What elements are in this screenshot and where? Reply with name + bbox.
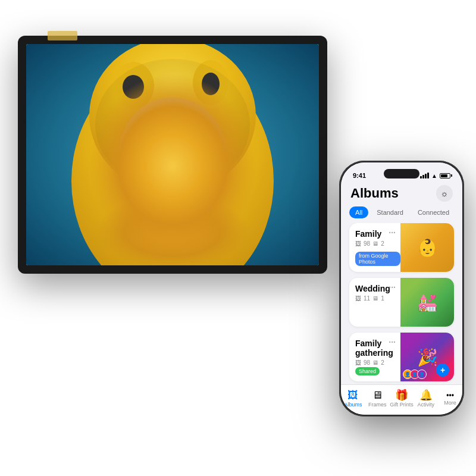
more-nav-icon: ••• — [446, 392, 454, 399]
svg-point-19 — [95, 59, 250, 190]
photo-icon-w: 🖼 — [355, 295, 361, 302]
main-scene: 9:41 ▲ Albums — [0, 0, 476, 476]
settings-button[interactable]: ☼ — [436, 185, 453, 202]
nav-frames[interactable]: 🖥 Frames — [365, 390, 390, 408]
signal-icon — [420, 173, 429, 178]
frames-nav-label: Frames — [368, 402, 387, 408]
svg-rect-1 — [26, 44, 319, 265]
nav-albums[interactable]: 🖼 Albums — [341, 390, 365, 408]
activity-nav-icon: 🔔 — [419, 390, 433, 400]
tab-shared[interactable]: Shared — [458, 206, 462, 218]
album-card-wedding[interactable]: Wedding 🖼 11 🖥 1 ··· — [349, 278, 454, 327]
svg-point-8 — [119, 98, 226, 211]
giftprints-nav-label: Gift Prints — [390, 402, 414, 408]
more-menu-family[interactable]: ··· — [389, 228, 396, 237]
frame-display — [26, 44, 319, 265]
status-icons: ▲ — [420, 173, 450, 179]
photo-icon-g: 🖼 — [355, 359, 361, 366]
tab-all[interactable]: All — [349, 206, 368, 218]
albums-list: Family 🖼 98 🖥 2 from Google Photos ··· — [341, 223, 462, 384]
svg-point-18 — [170, 213, 177, 220]
album-thumb-wedding — [400, 278, 454, 327]
svg-point-11 — [148, 142, 159, 152]
svg-point-2 — [71, 62, 274, 265]
frame-count-gathering: 2 — [381, 359, 384, 366]
frame-icon-w: 🖥 — [372, 295, 378, 302]
photo-icon: 🖼 — [355, 240, 361, 247]
frame-icon: 🖥 — [372, 240, 378, 247]
phone-header: Albums ☼ — [341, 181, 462, 206]
battery-icon — [440, 173, 450, 178]
phone: 9:41 ▲ Albums — [339, 161, 464, 416]
more-menu-gathering[interactable]: ··· — [389, 337, 396, 347]
svg-point-10 — [183, 133, 202, 155]
wifi-icon: ▲ — [431, 173, 437, 179]
activity-nav-label: Activity — [418, 402, 435, 408]
photo-frame — [18, 36, 327, 274]
svg-rect-0 — [26, 44, 319, 265]
album-thumb-gathering: 👤 👤 👤 + — [400, 333, 454, 381]
album-badge-family: from Google Photos — [355, 252, 400, 266]
frame-count-family: 2 — [381, 240, 384, 247]
svg-point-9 — [143, 134, 162, 156]
more-menu-wedding[interactable]: ··· — [389, 283, 396, 292]
album-thumb-family — [400, 223, 454, 272]
settings-icon: ☼ — [441, 189, 449, 198]
dynamic-island — [384, 169, 419, 178]
album-badge-gathering: Shared — [355, 367, 380, 375]
tab-connected[interactable]: Connected — [412, 206, 455, 218]
more-nav-label: More — [444, 400, 456, 406]
nav-activity[interactable]: 🔔 Activity — [414, 390, 438, 408]
album-info-gathering: Family gathering 🖼 98 🖥 2 Shared ··· — [349, 333, 400, 381]
album-info-family: Family 🖼 98 🖥 2 from Google Photos ··· — [349, 223, 400, 272]
svg-point-5 — [193, 60, 228, 105]
svg-point-15 — [168, 158, 180, 166]
albums-nav-icon: 🖼 — [347, 390, 358, 400]
svg-point-7 — [202, 73, 220, 95]
photo-count-gathering: 98 — [364, 359, 370, 366]
svg-point-3 — [89, 44, 256, 193]
svg-point-6 — [123, 75, 144, 99]
nav-more[interactable]: ••• More — [438, 392, 462, 406]
frame-icon-g: 🖥 — [372, 359, 378, 366]
album-card-gathering[interactable]: Family gathering 🖼 98 🖥 2 Shared ··· — [349, 333, 454, 381]
giftprints-nav-icon: 🎁 — [395, 390, 408, 400]
album-meta-gathering: 🖼 98 🖥 2 — [355, 359, 394, 366]
svg-point-16 — [129, 155, 152, 171]
wedding-thumbnail — [400, 278, 454, 327]
albums-nav-label: Albums — [344, 402, 362, 408]
frame-tape — [48, 31, 77, 40]
photo-count-family: 98 — [364, 240, 370, 247]
add-button[interactable]: + — [436, 364, 449, 377]
baby-svg — [26, 44, 319, 265]
svg-point-13 — [154, 142, 158, 146]
frame-count-wedding: 1 — [381, 295, 384, 302]
album-meta-wedding: 🖼 11 🖥 1 — [355, 295, 394, 302]
tab-standard[interactable]: Standard — [371, 206, 409, 218]
svg-point-17 — [193, 154, 217, 170]
svg-point-12 — [189, 140, 199, 151]
photo-count-wedding: 11 — [364, 295, 370, 302]
bottom-nav: 🖼 Albums 🖥 Frames 🎁 Gift Prints 🔔 Activi… — [341, 384, 462, 415]
baby-photo — [26, 44, 319, 265]
filter-tabs: All Standard Connected Shared — [341, 206, 462, 223]
family-thumbnail — [400, 223, 454, 272]
album-meta-family: 🖼 98 🖥 2 — [355, 240, 394, 247]
album-info-wedding: Wedding 🖼 11 🖥 1 ··· — [349, 278, 400, 327]
page-title: Albums — [350, 186, 399, 201]
svg-point-14 — [195, 141, 198, 145]
frames-nav-icon: 🖥 — [372, 390, 383, 400]
shared-avatars: 👤 👤 👤 — [403, 369, 424, 379]
svg-point-4 — [112, 62, 154, 109]
nav-gift-prints[interactable]: 🎁 Gift Prints — [390, 390, 414, 408]
status-time: 9:41 — [353, 172, 366, 179]
album-card-family[interactable]: Family 🖼 98 🖥 2 from Google Photos ··· — [349, 223, 454, 272]
phone-screen: 9:41 ▲ Albums — [341, 162, 462, 415]
